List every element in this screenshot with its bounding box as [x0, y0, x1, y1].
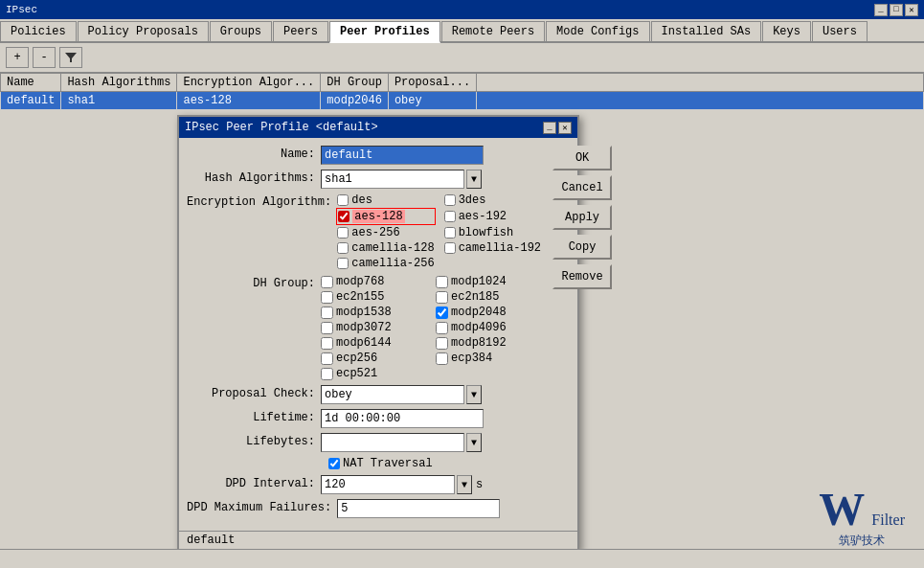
- enc-cam256: camellia-256: [337, 257, 434, 270]
- dpd-interval-row: DPD Interval: ▼ s: [187, 475, 541, 494]
- dh-modp1024-check[interactable]: [436, 276, 448, 288]
- dh-modp2048: modp2048: [436, 306, 541, 319]
- table-row[interactable]: default sha1 aes-128 modp2046 obey: [1, 92, 924, 110]
- svg-marker-0: [65, 53, 77, 62]
- dh-ec2n155-label: ec2n155: [336, 290, 384, 304]
- hash-input[interactable]: [321, 170, 464, 189]
- enc-aes128-label: aes-128: [352, 210, 404, 223]
- dpd-max-row: DPD Maximum Failures:: [187, 499, 541, 518]
- dh-modp2048-label: modp2048: [451, 306, 507, 319]
- remove-button[interactable]: Remove: [552, 264, 612, 289]
- apply-button[interactable]: Apply: [552, 205, 612, 230]
- enc-blowfish-check[interactable]: [444, 227, 456, 239]
- tab-remote-peers[interactable]: Remote Peers: [441, 21, 545, 41]
- dpd-interval-input[interactable]: [321, 475, 455, 494]
- dh-modp8192: modp8192: [436, 336, 541, 350]
- name-control: [321, 146, 541, 165]
- tab-policies[interactable]: Policies: [0, 21, 77, 41]
- dh-ec2n185-check[interactable]: [436, 291, 448, 304]
- nat-check[interactable]: [328, 458, 340, 469]
- copy-button[interactable]: Copy: [552, 235, 612, 260]
- dh-modp6144-check[interactable]: [321, 337, 333, 350]
- app-title: IPsec: [6, 4, 874, 15]
- close-button[interactable]: ✕: [905, 4, 918, 16]
- toolbar: + -: [0, 43, 924, 73]
- title-bar: IPsec _ □ ✕: [0, 0, 924, 19]
- dh-modp3072: modp3072: [321, 321, 426, 334]
- table-header-row: Name Hash Algorithms Encryption Algor...…: [1, 74, 924, 92]
- dpd-interval-spinner[interactable]: ▼: [457, 475, 472, 494]
- dh-ecp384-check[interactable]: [436, 352, 448, 365]
- enc-des-check[interactable]: [337, 194, 349, 206]
- maximize-button[interactable]: □: [890, 4, 903, 16]
- enc-3des: 3des: [444, 193, 541, 207]
- remove-button[interactable]: -: [33, 47, 56, 68]
- enc-cam192: camellia-192: [444, 241, 541, 255]
- tab-users[interactable]: Users: [812, 21, 868, 41]
- enc-aes128-check[interactable]: [338, 211, 349, 222]
- dh-modp1538-check[interactable]: [321, 307, 333, 319]
- filter-button[interactable]: [59, 47, 82, 68]
- dh-modp1024-label: modp1024: [451, 275, 507, 288]
- dialog-title-bar: IPsec Peer Profile <default> _ ✕: [179, 117, 577, 138]
- dh-modp8192-check[interactable]: [436, 337, 448, 350]
- enc-aes256-label: aes-256: [351, 226, 399, 239]
- lifetime-row: Lifetime:: [187, 409, 541, 428]
- enc-des-label: des: [351, 193, 372, 207]
- tab-policy-proposals[interactable]: Policy Proposals: [78, 21, 209, 41]
- proposal-dropdown-button[interactable]: ▼: [466, 385, 482, 404]
- enc-aes256-check[interactable]: [337, 227, 349, 239]
- dh-modp4096-check[interactable]: [436, 322, 448, 334]
- cancel-button[interactable]: Cancel: [552, 175, 612, 200]
- hash-label: Hash Algorithms:: [187, 170, 321, 185]
- tab-peer-profiles[interactable]: Peer Profiles: [329, 21, 440, 43]
- watermark: W Filter 筑驴技术: [819, 487, 905, 549]
- enc-control: des 3des aes-128 aes-192: [337, 193, 541, 270]
- hash-dropdown-button[interactable]: ▼: [466, 170, 482, 189]
- ok-button[interactable]: OK: [552, 146, 612, 170]
- enc-cam256-check[interactable]: [337, 258, 349, 269]
- tabs-bar: PoliciesPolicy ProposalsGroupsPeersPeer …: [0, 19, 924, 43]
- minimize-button[interactable]: _: [874, 4, 888, 16]
- enc-3des-check[interactable]: [444, 194, 456, 206]
- cell-name: default: [1, 92, 61, 110]
- dh-modp768-check[interactable]: [321, 276, 333, 288]
- enc-3des-label: 3des: [459, 193, 486, 207]
- dh-modp4096-label: modp4096: [451, 321, 507, 334]
- name-label: Name:: [187, 146, 321, 161]
- watermark-sub: 筑驴技术: [839, 534, 885, 547]
- name-input[interactable]: [321, 146, 484, 165]
- tab-keys[interactable]: Keys: [762, 21, 811, 41]
- enc-des: des: [337, 193, 434, 207]
- enc-cam128-check[interactable]: [337, 242, 349, 254]
- dh-modp6144: modp6144: [321, 336, 426, 350]
- dh-modp3072-check[interactable]: [321, 322, 333, 334]
- lifebytes-dropdown-button[interactable]: ▼: [466, 433, 482, 452]
- dh-ecp521-check[interactable]: [321, 368, 333, 380]
- enc-label: Encryption Algorithm:: [187, 193, 337, 209]
- dh-modp768-label: modp768: [336, 275, 384, 288]
- tab-mode-configs[interactable]: Mode Configs: [546, 21, 649, 41]
- dialog-status-text: default: [187, 534, 235, 547]
- dh-ec2n155-check[interactable]: [321, 291, 333, 304]
- nat-item: NAT Traversal: [328, 457, 433, 470]
- hash-row: Hash Algorithms: ▼: [187, 170, 541, 189]
- dialog-title-buttons: _ ✕: [543, 122, 572, 134]
- tab-peers[interactable]: Peers: [273, 21, 328, 41]
- dialog-minimize-button[interactable]: _: [543, 122, 556, 134]
- enc-cam192-check[interactable]: [444, 242, 456, 254]
- dh-control: modp768 modp1024 ec2n155 ec2n185: [321, 275, 541, 380]
- proposal-input[interactable]: [321, 385, 464, 404]
- tab-installed-sas[interactable]: Installed SAs: [651, 21, 762, 41]
- dh-ecp256-check[interactable]: [321, 352, 333, 365]
- dialog-close-button[interactable]: ✕: [558, 122, 572, 134]
- lifebytes-input[interactable]: [321, 433, 464, 452]
- enc-aes192-check[interactable]: [444, 211, 456, 222]
- dh-modp2048-check[interactable]: [436, 307, 448, 319]
- tab-groups[interactable]: Groups: [210, 21, 272, 41]
- dpd-max-input[interactable]: [337, 499, 500, 518]
- lifetime-input[interactable]: [321, 409, 484, 428]
- add-button[interactable]: +: [6, 47, 29, 68]
- cell-enc: aes-128: [177, 92, 321, 110]
- cell-empty: [477, 92, 924, 110]
